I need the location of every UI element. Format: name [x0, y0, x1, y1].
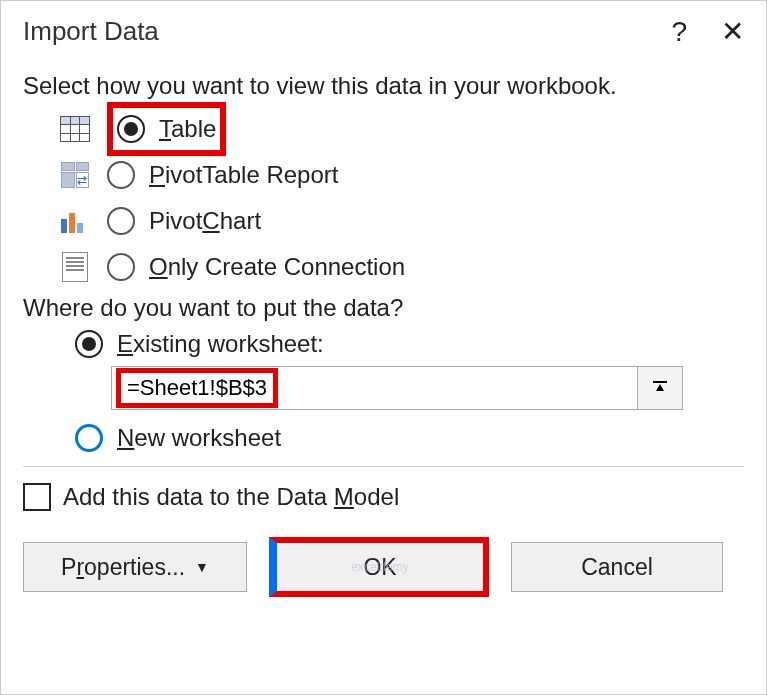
option-new-row: New worksheet [75, 424, 744, 452]
radio-connection[interactable] [107, 253, 135, 281]
option-existing-row: Existing worksheet: [75, 330, 744, 358]
radio-pivotchart[interactable] [107, 207, 135, 235]
option-table-row: Table [57, 108, 744, 150]
chevron-down-icon: ▼ [195, 559, 209, 575]
option-pivotchart-row: PivotChart [57, 200, 744, 242]
close-button[interactable]: ✕ [721, 15, 744, 48]
label-datamodel: Add this data to the Data Model [63, 483, 399, 511]
cancel-button[interactable]: Cancel [511, 542, 723, 592]
label-connection: Only Create Connection [149, 253, 405, 281]
label-pivottable: PivotTable Report [149, 161, 338, 189]
radio-pivottable[interactable] [107, 161, 135, 189]
option-pivottable-row: ⇄ PivotTable Report [57, 154, 744, 196]
svg-rect-0 [653, 381, 667, 383]
import-data-dialog: Import Data ? ✕ Select how you want to v… [0, 0, 767, 695]
properties-button[interactable]: Properties... ▼ [23, 542, 247, 592]
ok-button[interactable]: OK exceldemy [269, 537, 489, 597]
label-pivotchart: PivotChart [149, 207, 261, 235]
checkbox-datamodel[interactable] [23, 483, 51, 511]
radio-new-worksheet[interactable] [75, 424, 103, 452]
location-section-label: Where do you want to put the data? [23, 294, 744, 322]
button-row: Properties... ▼ OK exceldemy Cancel [23, 537, 744, 597]
separator [23, 466, 744, 467]
pivotchart-icon [57, 209, 93, 233]
radio-existing-worksheet[interactable] [75, 330, 103, 358]
view-section-label: Select how you want to view this data in… [23, 72, 744, 100]
label-existing-worksheet: Existing worksheet: [117, 330, 324, 358]
label-new-worksheet: New worksheet [117, 424, 281, 452]
document-icon [57, 252, 93, 282]
collapse-icon [651, 379, 669, 397]
cell-reference-value: =Sheet1!$B$3 [116, 368, 278, 408]
collapse-dialog-button[interactable] [638, 366, 683, 410]
radio-table[interactable] [117, 115, 145, 143]
table-icon [57, 116, 93, 142]
help-button[interactable]: ? [671, 16, 687, 48]
cell-reference-wrap: =Sheet1!$B$3 [111, 366, 683, 410]
titlebar: Import Data ? ✕ [23, 15, 744, 48]
dialog-title: Import Data [23, 16, 159, 47]
option-connection-row: Only Create Connection [57, 246, 744, 288]
label-table: Table [159, 115, 216, 143]
datamodel-row: Add this data to the Data Model [23, 483, 744, 511]
cell-reference-input[interactable]: =Sheet1!$B$3 [111, 366, 638, 410]
pivottable-icon: ⇄ [57, 162, 93, 188]
